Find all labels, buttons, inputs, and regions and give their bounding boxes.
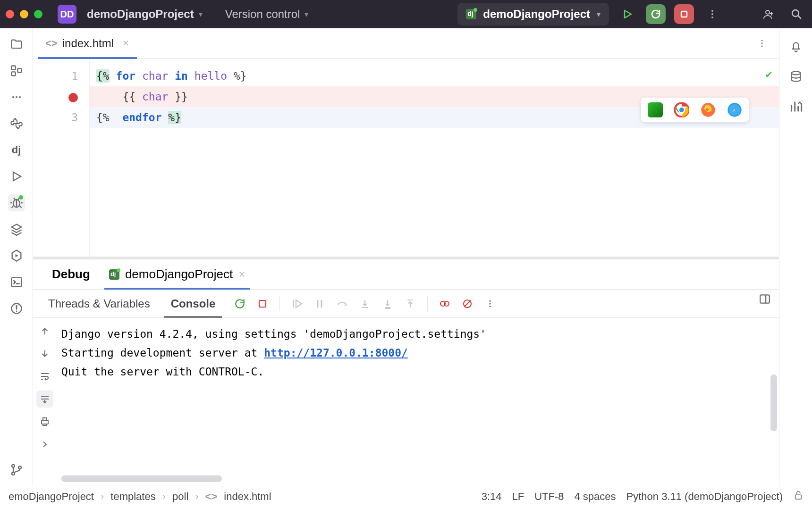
svg-rect-28 [259,300,266,307]
project-badge-icon: DD [58,5,76,24]
close-window-button[interactable] [6,10,14,18]
console-next-button[interactable] [36,436,53,453]
indent-setting[interactable]: 4 spaces [575,491,616,503]
debug-tool-button[interactable] [8,194,25,211]
resume-button[interactable] [288,294,306,313]
breadcrumbs[interactable]: emoDjangoProject › templates › poll › <>… [8,491,271,503]
database-button[interactable] [787,68,804,85]
services-tool-button[interactable] [8,221,25,238]
caret-position[interactable]: 3:14 [482,491,502,503]
kebab-icon [485,299,495,308]
chevron-right-icon [41,440,49,449]
stop-debug-button[interactable] [253,294,272,313]
svg-point-4 [766,10,770,14]
layout-settings-button[interactable] [755,290,774,308]
stop-icon [257,298,268,309]
pause-button[interactable] [310,294,329,313]
code-editor[interactable]: 1 3 {% for char in hello %} {{ char }} {… [33,59,779,257]
interpreter[interactable]: Python 3.11 (demoDjangoProject) [626,491,783,503]
token: for [116,70,136,82]
project-tool-button[interactable] [8,36,25,53]
inspection-widget[interactable]: ✔ [766,64,772,84]
breakpoint-marker[interactable] [33,86,78,107]
readonly-toggle[interactable] [793,490,804,503]
maximize-window-button[interactable] [34,10,42,18]
notifications-button[interactable] [787,38,804,55]
horizontal-scrollbar[interactable] [61,475,222,482]
breakpoint-icon [68,93,78,102]
svg-point-20 [761,45,762,47]
step-into-icon [359,298,371,309]
kebab-icon [757,39,767,48]
vertical-scrollbar[interactable] [770,375,777,431]
django-tool-button[interactable]: dj [8,141,25,158]
version-control-menu[interactable]: Version control ▾ [223,5,311,24]
stop-button[interactable] [674,4,694,24]
git-tool-button[interactable] [8,461,25,478]
scroll-previous-button[interactable] [36,323,53,340]
server-url-link[interactable]: http://127.0.0.1:8000/ [264,347,408,359]
more-actions-button[interactable] [702,4,722,24]
run-config-selector[interactable]: demoDjangoProject ▾ [457,3,609,25]
step-into-my-button[interactable] [378,294,397,313]
more-tool-button[interactable] [8,89,25,106]
token: {% [96,111,110,124]
tab-debug-session[interactable]: demoDjangoProject ✕ [100,259,255,289]
chevron-right-icon: › [101,491,104,503]
pycharm-preview-button[interactable] [648,102,663,117]
view-breakpoints-button[interactable] [435,294,454,313]
debug-more-button[interactable] [481,294,499,313]
run-button[interactable] [617,4,637,24]
terminal-tool-button[interactable] [8,274,25,291]
endpoints-tool-button[interactable] [8,247,25,264]
svg-rect-35 [760,295,770,303]
print-button[interactable] [36,413,53,430]
problems-tool-button[interactable] [8,300,25,317]
editor-tabs-menu[interactable] [750,28,774,58]
run-tool-button[interactable] [8,168,25,185]
code-with-me-button[interactable] [758,4,778,24]
profiler-button[interactable] [787,98,804,115]
python-packages-button[interactable] [8,115,25,132]
subtab-console[interactable]: Console [161,290,226,317]
close-session-icon[interactable]: ✕ [238,269,245,280]
vcs-label: Version control [225,8,300,21]
file-encoding[interactable]: UTF-8 [534,491,564,503]
step-out-button[interactable] [401,294,420,313]
chevron-down-icon: ▾ [597,10,601,19]
console-output[interactable]: Django version 4.2.4, using settings 'de… [57,318,779,486]
firefox-icon[interactable] [701,102,716,117]
rerun-debug-button[interactable] [230,294,249,313]
token: %} [234,70,247,82]
safari-icon[interactable] [727,102,742,117]
step-over-button[interactable] [333,294,352,313]
scroll-to-end-button[interactable] [36,391,53,408]
subtab-threads-variables[interactable]: Threads & Variables [38,290,161,317]
structure-tool-button[interactable] [8,62,25,79]
crumb[interactable]: emoDjangoProject [8,491,94,503]
chrome-icon[interactable] [674,102,689,117]
crumb[interactable]: templates [110,491,155,503]
play-outline-icon [10,170,23,183]
tab-debug[interactable]: Debug [42,259,100,289]
step-into-button[interactable] [355,294,374,313]
tab-index-html[interactable]: <> index.html ✕ [38,28,137,58]
crumb[interactable]: poll [172,491,188,503]
soft-wrap-button[interactable] [36,368,53,385]
code-area[interactable]: {% for char in hello %} {{ char }} {% en… [90,59,779,257]
rerun-button[interactable] [646,4,666,24]
chevron-right-icon: › [195,491,198,503]
line-separator[interactable]: LF [512,491,524,503]
search-everywhere-button[interactable] [787,4,806,24]
crumb[interactable]: index.html [224,491,271,503]
run-toolbar: demoDjangoProject ▾ [457,3,806,25]
step-over-icon [336,298,348,310]
breakpoints-icon [439,298,450,309]
scroll-next-button[interactable] [36,345,53,362]
project-selector[interactable]: DD demoDjangoProject ▾ [56,2,204,26]
active-indicator-icon [19,195,23,200]
minimize-window-button[interactable] [20,10,28,18]
mute-breakpoints-button[interactable] [458,294,477,313]
close-tab-icon[interactable]: ✕ [122,38,129,49]
svg-point-19 [761,42,762,44]
